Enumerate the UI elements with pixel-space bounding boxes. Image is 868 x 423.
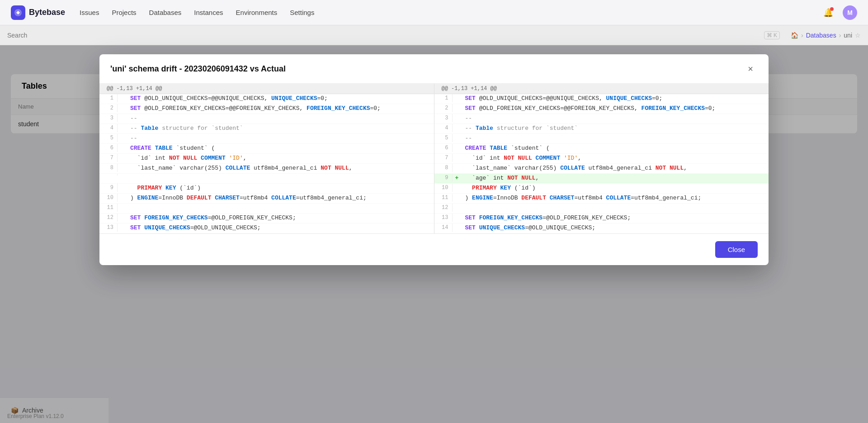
diff-line-left-1: 1 SET @OLD_UNIQUE_CHECKS=@@UNIQUE_CHECKS… — [99, 94, 434, 104]
top-navigation: Bytebase Issues Projects Databases Insta… — [0, 0, 868, 25]
search-bar: ⌘ K 🏠 › Databases › uni ☆ — [0, 25, 868, 45]
diff-line-right-9-added: 9 + `age` int NOT NULL, — [434, 174, 769, 184]
breadcrumb-databases[interactable]: Databases — [806, 32, 836, 39]
diff-line-left-12: 12 SET FOREIGN_KEY_CHECKS=@OLD_FOREIGN_K… — [99, 214, 434, 223]
modal-overlay: 'uni' schema drift - 20230206091432 vs A… — [0, 45, 868, 423]
search-shortcut: ⌘ K — [764, 31, 780, 39]
diff-line-right-13: 13 SET FOREIGN_KEY_CHECKS=@OLD_FOREIGN_K… — [434, 214, 769, 223]
avatar[interactable]: M — [843, 5, 857, 20]
diff-line-left-3: 3 -- — [99, 114, 434, 124]
diff-line-right-6: 6 CREATE TABLE `student` ( — [434, 144, 769, 154]
nav-environments[interactable]: Environments — [236, 9, 278, 16]
diff-line-left-13: 13 SET UNIQUE_CHECKS=@OLD_UNIQUE_CHECKS; — [99, 223, 434, 233]
nav-links: Issues Projects Databases Instances Envi… — [80, 9, 314, 17]
diff-line-left-blank — [99, 174, 434, 184]
nav-databases[interactable]: Databases — [149, 9, 182, 16]
close-button[interactable]: Close — [715, 241, 758, 258]
diff-header-right: @@ -1,13 +1,14 @@ — [434, 84, 769, 94]
diff-line-left-11: 11 — [99, 204, 434, 214]
search-input[interactable] — [7, 32, 760, 39]
breadcrumb: 🏠 › Databases › uni ☆ — [791, 32, 861, 39]
logo-icon — [11, 5, 25, 20]
diff-line-left-6: 6 CREATE TABLE `student` ( — [99, 144, 434, 154]
logo[interactable]: Bytebase — [11, 5, 65, 20]
diff-plus-marker: + — [453, 174, 462, 182]
diff-line-right-12: 12 — [434, 204, 769, 214]
nav-settings[interactable]: Settings — [290, 9, 314, 16]
nav-issues[interactable]: Issues — [80, 9, 99, 16]
app-name: Bytebase — [29, 8, 65, 17]
diff-header-left: @@ -1,13 +1,14 @@ — [99, 84, 434, 94]
diff-line-right-14: 14 SET UNIQUE_CHECKS=@OLD_UNIQUE_CHECKS; — [434, 223, 769, 233]
diff-container: @@ -1,13 +1,14 @@ 1 SET @OLD_UNIQUE_CHEC… — [99, 84, 769, 233]
diff-line-left-2: 2 SET @OLD_FOREIGN_KEY_CHECKS=@@FOREIGN_… — [99, 104, 434, 114]
diff-line-right-11: 11 ) ENGINE=InnoDB DEFAULT CHARSET=utf8m… — [434, 194, 769, 204]
nav-projects[interactable]: Projects — [112, 9, 136, 16]
notification-dot — [830, 7, 834, 11]
page-background: Tables Name Engine Row count est. Data s… — [0, 45, 868, 423]
modal-title: 'uni' schema drift - 20230206091432 vs A… — [110, 64, 286, 74]
diff-line-right-1: 1 SET @OLD_UNIQUE_CHECKS=@@UNIQUE_CHECKS… — [434, 94, 769, 104]
star-icon[interactable]: ☆ — [855, 32, 861, 39]
diff-line-right-5: 5 -- — [434, 134, 769, 144]
breadcrumb-sep-2: › — [839, 32, 841, 39]
diff-line-left-10: 10 ) ENGINE=InnoDB DEFAULT CHARSET=utf8m… — [99, 194, 434, 204]
diff-line-right-10: 10 PRIMARY KEY (`id`) — [434, 184, 769, 194]
breadcrumb-sep-1: › — [801, 32, 803, 39]
modal-footer: Close — [99, 233, 769, 265]
diff-line-left-5: 5 -- — [99, 134, 434, 144]
diff-line-left-4: 4 -- Table structure for `student` — [99, 124, 434, 134]
modal-close-button[interactable]: × — [743, 62, 758, 76]
modal-header: 'uni' schema drift - 20230206091432 vs A… — [99, 54, 769, 84]
nav-instances[interactable]: Instances — [194, 9, 223, 16]
nav-right: 🔔 M — [821, 5, 857, 20]
diff-pane-right: @@ -1,13 +1,14 @@ 1 SET @OLD_UNIQUE_CHEC… — [434, 84, 769, 233]
diff-line-right-3: 3 -- — [434, 114, 769, 124]
diff-line-right-8: 8 `last_name` varchar(255) COLLATE utf8m… — [434, 164, 769, 174]
home-icon[interactable]: 🏠 — [791, 32, 798, 39]
notification-icon[interactable]: 🔔 — [821, 5, 835, 20]
diff-line-left-7: 7 `id` int NOT NULL COMMENT 'ID', — [99, 154, 434, 164]
diff-line-right-2: 2 SET @OLD_FOREIGN_KEY_CHECKS=@@FOREIGN_… — [434, 104, 769, 114]
schema-drift-modal: 'uni' schema drift - 20230206091432 vs A… — [99, 54, 769, 265]
breadcrumb-uni: uni — [844, 32, 852, 39]
diff-line-right-7: 7 `id` int NOT NULL COMMENT 'ID', — [434, 154, 769, 164]
diff-line-left-8: 8 `last_name` varchar(255) COLLATE utf8m… — [99, 164, 434, 174]
diff-pane-left: @@ -1,13 +1,14 @@ 1 SET @OLD_UNIQUE_CHEC… — [99, 84, 434, 233]
diff-line-left-9: 9 PRIMARY KEY (`id`) — [99, 184, 434, 194]
diff-line-right-4: 4 -- Table structure for `student` — [434, 124, 769, 134]
